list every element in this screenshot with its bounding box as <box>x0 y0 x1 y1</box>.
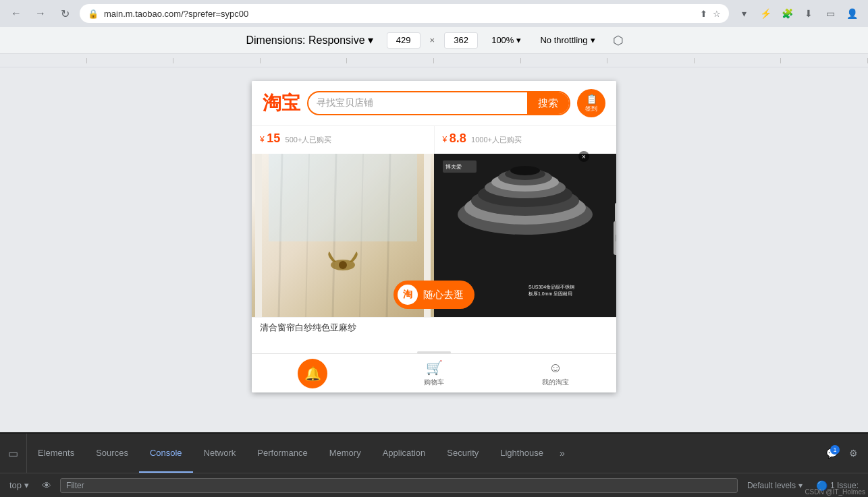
tab-elements[interactable]: Elements <box>27 434 85 473</box>
taobao-header: 淘宝 寻找宝贝店铺 搜索 📋 签到 <box>252 81 616 125</box>
resize-handle[interactable]: || <box>614 221 616 255</box>
context-selector[interactable]: top ▾ <box>5 478 33 492</box>
product1-price: ¥ 15 500+人已购买 <box>260 131 426 146</box>
tab-security[interactable]: Security <box>436 434 489 473</box>
banner-close-button[interactable]: × <box>578 151 589 162</box>
more-tabs-button[interactable]: » <box>554 434 570 473</box>
forward-button[interactable]: → <box>31 4 50 23</box>
extensions-button[interactable]: ⚡ <box>756 4 775 23</box>
nav-mystore-item[interactable]: ☺ 我的淘宝 <box>495 360 616 387</box>
width-input[interactable] <box>387 32 421 49</box>
chat-button[interactable]: 💬 1 <box>822 444 841 463</box>
tab-performance[interactable]: Performance <box>246 434 318 473</box>
download-button[interactable]: ⬇ <box>799 4 818 23</box>
main-area: 淘宝 寻找宝贝店铺 搜索 📋 签到 ¥ 15 500+人已购买 ¥ <box>0 67 868 432</box>
throttle-dropdown[interactable]: No throttling ▾ <box>535 32 600 48</box>
tab-sources[interactable]: Sources <box>85 434 139 473</box>
tab-application[interactable]: Application <box>372 434 437 473</box>
lock-icon: 🔒 <box>88 9 99 19</box>
tab-application-label: Application <box>383 448 426 458</box>
ruler-mark <box>0 58 87 63</box>
settings-button[interactable]: ⚙ <box>844 444 863 463</box>
svg-text:板厚1.0mm 呈固耐用: 板厚1.0mm 呈固耐用 <box>528 291 572 296</box>
nav-cart-label: 购物车 <box>424 378 444 387</box>
url-text: main.m.taobao.com/?sprefer=sypc00 <box>104 9 695 19</box>
refresh-button[interactable]: ↻ <box>55 4 74 23</box>
tab-memory[interactable]: Memory <box>319 434 372 473</box>
levels-chevron-icon: ▾ <box>798 481 803 490</box>
dimensions-dropdown[interactable]: Dimensions: Responsive ▾ <box>240 31 378 49</box>
context-chevron-icon: ▾ <box>24 480 29 490</box>
share-icon: ⬆ <box>700 9 707 19</box>
floating-banner[interactable]: 淘 随心去逛 <box>394 281 474 309</box>
browser-controls: ← → ↻ <box>7 4 74 23</box>
mobile-viewport: 淘宝 寻找宝贝店铺 搜索 📋 签到 ¥ 15 500+人已购买 ¥ <box>252 81 616 392</box>
eye-icon: 👁 <box>42 480 51 491</box>
tab-security-label: Security <box>447 448 479 458</box>
console-bar: top ▾ 👁 Default levels ▾ 🔵 1 Issue: <box>0 473 868 497</box>
product2-price-amount: 8.8 <box>450 131 466 145</box>
product2-price: ¥ 8.8 1000+人已购买 <box>443 131 609 146</box>
default-levels-dropdown[interactable]: Default levels ▾ <box>743 479 807 492</box>
search-button[interactable]: 搜索 <box>527 92 569 114</box>
product1-price-symbol: ¥ <box>260 135 265 144</box>
search-placeholder-text[interactable]: 寻找宝贝店铺 <box>308 97 527 109</box>
chat-badge: 1 <box>830 445 840 455</box>
zoom-chevron-icon: ▾ <box>516 35 521 45</box>
tab-elements-label: Elements <box>38 448 74 458</box>
ruler-marks <box>0 54 868 67</box>
devtools-tabs: ▭ Elements Sources Console Network Perfo… <box>0 432 868 473</box>
banner-logo: 淘 <box>398 285 418 305</box>
product2-sold: 1000+人已购买 <box>471 136 522 144</box>
devtools-panel-icon: ▭ <box>0 434 27 473</box>
mobile-bottom-nav: 🔔 🛒 购物车 ☺ 我的淘宝 <box>252 353 616 392</box>
product-item-right[interactable]: ¥ 8.8 1000+人已购买 <box>435 126 617 154</box>
tab-spacer <box>570 434 817 473</box>
gear-icon: ⚙ <box>849 448 858 459</box>
nav-home-icon: 🔔 <box>298 359 327 388</box>
eye-button[interactable]: 👁 <box>38 477 55 494</box>
filter-input[interactable] <box>60 478 738 493</box>
nav-cart-item[interactable]: 🛒 购物车 <box>373 359 495 387</box>
tab-memory-label: Memory <box>329 448 361 458</box>
back-button[interactable]: ← <box>7 4 26 23</box>
product-title: 清合窗帘白纱纯色亚麻纱 <box>252 317 616 338</box>
sidebar-button[interactable]: ▭ <box>821 4 840 23</box>
throttle-label: No throttling <box>540 35 587 45</box>
dimensions-chevron-icon: ▾ <box>368 34 373 47</box>
ruler-mark <box>695 58 782 63</box>
checkin-label: 签到 <box>585 105 597 113</box>
browser-top-bar: ← → ↻ 🔒 main.m.taobao.com/?sprefer=sypc0… <box>0 0 868 27</box>
zoom-dropdown[interactable]: 100% ▾ <box>486 32 526 48</box>
rotate-button[interactable]: ⬡ <box>609 31 628 50</box>
zoom-label: 100% <box>491 35 514 45</box>
ruler-mark <box>781 58 868 63</box>
tab-network[interactable]: Network <box>193 434 247 473</box>
watermark: CSDN @IT_Holmes <box>805 488 865 496</box>
svg-point-8 <box>339 261 347 269</box>
tab-console[interactable]: Console <box>139 434 193 473</box>
tab-console-label: Console <box>150 448 182 458</box>
nav-home-item[interactable]: 🔔 <box>252 359 373 388</box>
tab-performance-label: Performance <box>257 448 307 458</box>
product-images-area: 博夫爱 SUS304食品级不锈钢 板厚1.0mm 呈固耐用 淘 随心去逛 × <box>252 154 616 317</box>
banner-text: 随心去逛 <box>423 289 464 301</box>
tab-lighthouse[interactable]: Lighthouse <box>489 434 554 473</box>
nav-mystore-label: 我的淘宝 <box>542 378 569 387</box>
height-input[interactable] <box>444 32 478 49</box>
ruler-area <box>0 54 868 67</box>
checkin-button[interactable]: 📋 签到 <box>577 89 605 117</box>
taobao-logo: 淘宝 <box>263 90 300 116</box>
dimensions-label: Dimensions: Responsive <box>246 34 364 47</box>
extension-dropdown-button[interactable]: ▾ <box>734 4 753 23</box>
checkin-icon: 📋 <box>586 94 597 105</box>
product-item-left[interactable]: ¥ 15 500+人已购买 <box>252 126 435 154</box>
ruler-mark <box>607 58 695 63</box>
address-bar[interactable]: 🔒 main.m.taobao.com/?sprefer=sypc00 ⬆ ☆ <box>80 4 729 23</box>
profile-button[interactable]: 👤 <box>842 4 861 23</box>
tab-network-label: Network <box>204 448 236 458</box>
svg-text:SUS304食品级不锈钢: SUS304食品级不锈钢 <box>528 285 574 290</box>
tab-lighthouse-label: Lighthouse <box>500 448 543 458</box>
puzzle-button[interactable]: 🧩 <box>778 4 796 23</box>
context-label: top <box>9 480 22 490</box>
